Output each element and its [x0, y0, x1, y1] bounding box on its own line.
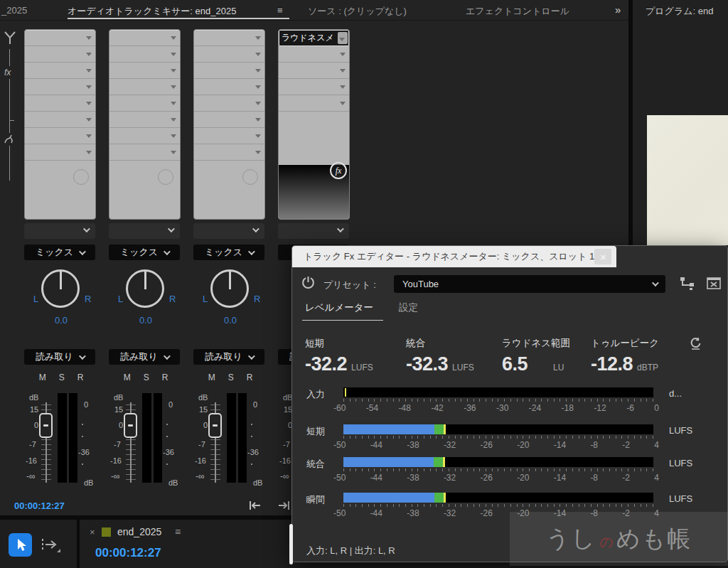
tab-effect-controls[interactable]: エフェクトコントロール — [466, 5, 569, 18]
dialog-title-bar[interactable]: トラック Fx エディター - ラウドネスメーター: ミックス、スロット 1 × — [292, 246, 616, 267]
scale-tick-label: -42 — [431, 403, 443, 413]
volume-fader-handle[interactable] — [208, 413, 222, 438]
automation-mode-dropdown[interactable]: 読み取り — [24, 349, 95, 365]
channel-map-icon[interactable] — [680, 277, 695, 291]
effect-slot[interactable] — [109, 144, 180, 161]
effect-slot[interactable] — [194, 46, 264, 63]
effect-slot[interactable] — [109, 95, 180, 112]
effect-slot[interactable] — [25, 95, 95, 112]
effect-slot[interactable] — [279, 46, 349, 63]
record-arm-button[interactable]: R — [247, 373, 253, 382]
sends-dropdown[interactable] — [24, 223, 95, 239]
slot-dropdown-button[interactable] — [338, 32, 348, 44]
meter-scale-label: 0 — [253, 400, 257, 409]
tab-program[interactable]: プログラム: end — [646, 5, 713, 18]
automation-mode-dropdown[interactable]: 読み取り — [193, 349, 264, 365]
tab-source[interactable]: ソース : (クリップなし) — [308, 5, 407, 18]
scale-tick-label: -36 — [464, 403, 476, 413]
effect-slot[interactable] — [279, 63, 349, 79]
pan-value[interactable]: 0.0 — [193, 315, 267, 326]
track-select-forward-tool-button[interactable] — [40, 535, 61, 555]
output-assign-dropdown[interactable]: ミックス — [109, 245, 180, 260]
effect-slot[interactable] — [194, 30, 264, 46]
volume-fader-handle[interactable] — [39, 413, 53, 438]
active-dialog-tab-underline — [302, 320, 383, 321]
effect-slot[interactable] — [25, 46, 95, 63]
effect-slot[interactable] — [109, 128, 180, 144]
timeline-menu-icon[interactable]: ≡ — [175, 526, 181, 537]
go-to-out-icon[interactable] — [277, 500, 290, 510]
effect-slot[interactable] — [25, 128, 95, 144]
reset-measurements-icon[interactable] — [689, 337, 702, 350]
effect-slot[interactable] — [109, 30, 180, 46]
selection-tool-button[interactable] — [9, 533, 32, 557]
pan-value[interactable]: 0.0 — [109, 315, 183, 326]
tab-level-meter[interactable]: レベルメーター — [305, 301, 373, 314]
pan-knob[interactable] — [210, 269, 249, 308]
delete-effect-icon[interactable] — [707, 277, 721, 289]
output-assign-dropdown[interactable]: ミックス — [193, 245, 264, 260]
scale-tick-label: -50 — [333, 440, 346, 450]
effect-slot[interactable] — [25, 79, 95, 95]
chevron-down-icon — [79, 248, 86, 255]
effect-slot[interactable] — [25, 30, 95, 46]
reading-unit: dBTP — [637, 363, 658, 373]
timeline-timecode[interactable]: 00:00:12:27 — [95, 546, 161, 560]
solo-button[interactable]: S — [228, 373, 234, 382]
record-arm-button[interactable]: R — [162, 373, 168, 382]
fx-badge-icon[interactable]: fx — [330, 162, 347, 179]
loudness-meter-slot[interactable]: ラウドネスメ — [279, 30, 349, 46]
mixer-timecode[interactable]: 00:00:12:27 — [14, 500, 65, 511]
tab-settings[interactable]: 設定 — [399, 301, 418, 314]
cursor-arrow-icon — [14, 538, 27, 552]
mute-button[interactable]: M — [208, 373, 215, 382]
tab-overflow-icon[interactable]: » — [615, 4, 621, 16]
effect-power-toggle[interactable] — [301, 276, 315, 289]
show-effects-sends-icon[interactable] — [4, 31, 16, 45]
effect-slot[interactable] — [194, 79, 264, 95]
slot-dropdown-icon — [255, 134, 261, 138]
effect-slot[interactable] — [109, 79, 180, 95]
automation-mode-dropdown[interactable]: 読み取り — [109, 349, 180, 365]
output-assign-dropdown[interactable]: ミックス — [24, 245, 95, 260]
scrollbar-thumb[interactable] — [289, 524, 293, 564]
effect-slot[interactable] — [109, 46, 180, 63]
reading-loudness-range: ラウドネス範囲 6.5LU — [502, 337, 570, 375]
effect-slot[interactable] — [25, 144, 95, 161]
effect-slot[interactable] — [279, 79, 349, 95]
effect-slot[interactable] — [109, 63, 180, 79]
pan-knob[interactable] — [41, 269, 80, 308]
panel-menu-icon[interactable]: ≡ — [277, 5, 283, 16]
short-term-meter-bar — [343, 424, 653, 434]
dialog-close-button[interactable]: × — [594, 249, 611, 264]
timeline-tab-label[interactable]: end_2025 — [117, 526, 161, 537]
sends-dropdown[interactable] — [278, 223, 349, 239]
mute-button[interactable]: M — [39, 373, 46, 382]
effect-slot[interactable] — [194, 128, 264, 144]
effect-slot[interactable] — [25, 112, 95, 128]
solo-button[interactable]: S — [59, 373, 65, 382]
mute-button[interactable]: M — [124, 373, 131, 382]
pan-value[interactable]: 0.0 — [24, 315, 98, 326]
effect-slot[interactable] — [194, 63, 264, 79]
tab-partial[interactable]: _2025 — [1, 5, 27, 16]
effect-slot[interactable] — [194, 112, 264, 128]
effect-slot[interactable] — [109, 112, 180, 128]
meter-peak-tick — [443, 457, 445, 467]
preset-select[interactable]: YouTube — [394, 275, 665, 293]
pan-knob[interactable] — [126, 269, 164, 308]
volume-fader-handle[interactable] — [124, 413, 137, 438]
tab-audio-track-mixer[interactable]: オーディオトラックミキサー: end_2025 — [68, 5, 236, 18]
effect-slot[interactable] — [194, 95, 264, 112]
solo-button[interactable]: S — [144, 373, 149, 382]
timeline-tab-close-icon[interactable]: × — [90, 527, 95, 537]
sends-dropdown[interactable] — [109, 223, 180, 239]
go-to-in-icon[interactable] — [249, 500, 262, 510]
automation-pen-icon[interactable] — [3, 133, 16, 146]
effect-slot[interactable] — [279, 95, 349, 112]
sends-dropdown[interactable] — [193, 223, 264, 239]
meter-scale-dot — [166, 424, 168, 425]
effect-slot[interactable] — [194, 144, 264, 161]
record-arm-button[interactable]: R — [77, 373, 84, 382]
effect-slot[interactable] — [25, 63, 95, 79]
